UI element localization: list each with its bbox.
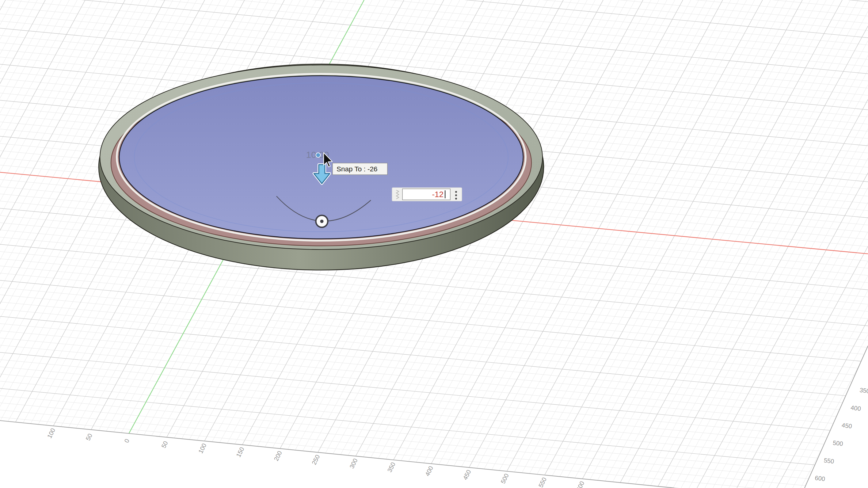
dimension-value[interactable]: -12	[432, 190, 443, 199]
ruler-label-right: 600	[815, 475, 826, 483]
manipulator-center-point[interactable]	[316, 215, 328, 227]
cad-3d-viewport[interactable]: 1005005010015020025030035040045050055060…	[0, 0, 868, 488]
text-caret	[445, 190, 445, 198]
center-point-inner	[320, 220, 324, 223]
ruler-label-right: 500	[832, 439, 843, 447]
dimension-input-widget[interactable]: -12	[392, 188, 462, 201]
drag-anchor-dot[interactable]	[316, 153, 320, 158]
ruler-label-right: 350	[860, 387, 868, 395]
ruler-label-right: 450	[841, 422, 852, 430]
ellipsis-menu-icon[interactable]	[455, 191, 457, 200]
snap-tooltip: Snap To : -26	[333, 163, 388, 175]
ruler-label-right: 400	[850, 404, 861, 412]
tooltip-label: Snap To : -26	[337, 165, 377, 173]
ruler-label-right: 550	[824, 457, 835, 465]
